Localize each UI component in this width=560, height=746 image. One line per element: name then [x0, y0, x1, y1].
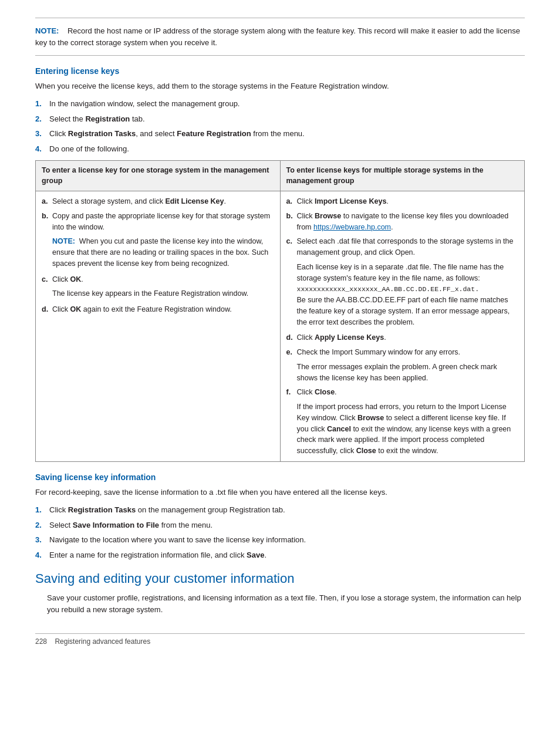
save-step-content-3: Navigate to the location where you want …	[49, 534, 525, 546]
saving-editing-heading: Saving and editing your customer informa…	[35, 571, 525, 586]
step-1: 1. In the navigation window, select the …	[35, 98, 525, 110]
note-box: NOTE: Record the host name or IP address…	[35, 18, 525, 56]
col2-item-f: f. Click Close.	[286, 387, 519, 398]
col2-item-a: a. Click Import License Keys.	[286, 196, 519, 207]
footer-bar: 228 Registering advanced features	[35, 633, 525, 646]
col2-alpha-c: c.	[286, 236, 297, 247]
step-num-1: 1.	[35, 98, 49, 110]
step-num-4: 4.	[35, 143, 49, 155]
table-body-row: a. Select a storage system, and click Ed…	[36, 191, 524, 461]
step-content-1: In the navigation window, select the man…	[49, 98, 525, 110]
note-label: NOTE:	[35, 26, 59, 35]
col2-item-d: d. Click Apply License Keys.	[286, 332, 519, 343]
col2-sub-e: The error messages explain the problem. …	[286, 362, 519, 384]
table-col1-header: To enter a license key for one storage s…	[36, 161, 281, 191]
col2-item-c: c. Select each .dat file that correspond…	[286, 236, 519, 258]
table-col2-header: To enter license keys for multiple stora…	[281, 161, 525, 191]
col1-content-c: Click OK.	[52, 274, 274, 285]
col2-content-c: Select each .dat file that corresponds t…	[297, 236, 519, 258]
save-step-2: 2. Select Save Information to File from …	[35, 519, 525, 531]
col2-content-b: Click Browse to navigate to the license …	[297, 211, 519, 233]
col2-sub-c: Each license key is in a separate .dat f…	[286, 262, 519, 328]
entering-keys-intro: When you receive the license keys, add t…	[35, 80, 525, 92]
footer-page-text: Registering advanced features	[55, 637, 150, 646]
col1-note-label: NOTE:	[52, 237, 75, 245]
col2-item-b: b. Click Browse to navigate to the licen…	[286, 211, 519, 233]
save-step-num-1: 1.	[35, 504, 49, 516]
step-content-4: Do one of the following.	[49, 143, 525, 155]
footer-page-num: 228	[35, 637, 47, 646]
save-step-1: 1. Click Registration Tasks on the manag…	[35, 504, 525, 516]
col2-content-e: Check the Import Summary window for any …	[297, 347, 519, 358]
save-step-3: 3. Navigate to the location where you wa…	[35, 534, 525, 546]
col1-alpha-c: c.	[42, 274, 52, 285]
saving-license-key-intro: For record-keeping, save the license inf…	[35, 487, 525, 498]
table-col2-body: a. Click Import License Keys. b. Click B…	[281, 191, 525, 461]
save-step-content-2: Select Save Information to File from the…	[49, 519, 525, 531]
col1-content-d: Click OK again to exit the Feature Regis…	[52, 304, 274, 315]
table-header-row: To enter a license key for one storage s…	[36, 161, 524, 191]
col1-content-b: Copy and paste the appropriate license k…	[52, 211, 274, 233]
col1-alpha-b: b.	[42, 211, 52, 222]
col2-alpha-f: f.	[286, 387, 297, 398]
saving-license-key-heading: Saving license key information	[35, 472, 525, 482]
step-2: 2. Select the Registration tab.	[35, 113, 525, 125]
webware-link[interactable]: https://webware.hp.com	[313, 223, 391, 231]
step-3: 3. Click Registration Tasks, and select …	[35, 128, 525, 140]
saving-editing-text: Save your customer profile, registration…	[47, 592, 525, 616]
col1-alpha-d: d.	[42, 304, 52, 315]
license-key-table: To enter a license key for one storage s…	[35, 160, 525, 462]
col1-alpha-a: a.	[42, 196, 52, 207]
save-step-num-4: 4.	[35, 549, 49, 561]
col1-item-b: b. Copy and paste the appropriate licens…	[42, 211, 274, 233]
step-content-2: Select the Registration tab.	[49, 113, 525, 125]
col2-mono: xxxxxxxxxxxx_xxxxxxx_AA.BB.CC.DD.EE.FF_x…	[297, 285, 480, 293]
entering-license-keys-heading: Entering license keys	[35, 66, 525, 76]
col2-alpha-d: d.	[286, 332, 297, 343]
save-step-4: 4. Enter a name for the registration inf…	[35, 549, 525, 561]
col1-item-c: c. Click OK.	[42, 274, 274, 285]
step-4: 4. Do one of the following.	[35, 143, 525, 155]
col1-item-d: d. Click OK again to exit the Feature Re…	[42, 304, 274, 315]
col1-item-a: a. Select a storage system, and click Ed…	[42, 196, 274, 207]
entering-keys-steps: 1. In the navigation window, select the …	[35, 98, 525, 154]
table-col1-body: a. Select a storage system, and click Ed…	[36, 191, 281, 461]
col1-sub-c: The license key appears in the Feature R…	[42, 288, 274, 299]
col2-alpha-e: e.	[286, 347, 297, 358]
col1-note: NOTE: When you cut and paste the license…	[52, 236, 274, 269]
col2-sub-f: If the import process had errors, you re…	[286, 401, 519, 457]
col1-content-a: Select a storage system, and click Edit …	[52, 196, 274, 207]
save-step-content-4: Enter a name for the registration inform…	[49, 549, 525, 561]
col2-content-f: Click Close.	[297, 387, 519, 398]
col2-content-d: Click Apply License Keys.	[297, 332, 519, 343]
saving-editing-body: Save your customer profile, registration…	[35, 592, 525, 616]
note-text: Record the host name or IP address of th…	[35, 26, 520, 47]
save-step-num-3: 3.	[35, 534, 49, 546]
step-num-3: 3.	[35, 128, 49, 140]
col2-content-a: Click Import License Keys.	[297, 196, 519, 207]
col2-item-e: e. Check the Import Summary window for a…	[286, 347, 519, 358]
col2-alpha-b: b.	[286, 211, 297, 222]
save-step-num-2: 2.	[35, 519, 49, 531]
step-num-2: 2.	[35, 113, 49, 125]
save-step-content-1: Click Registration Tasks on the manageme…	[49, 504, 525, 516]
saving-license-key-steps: 1. Click Registration Tasks on the manag…	[35, 504, 525, 561]
col2-alpha-a: a.	[286, 196, 297, 207]
step-content-3: Click Registration Tasks, and select Fea…	[49, 128, 525, 140]
